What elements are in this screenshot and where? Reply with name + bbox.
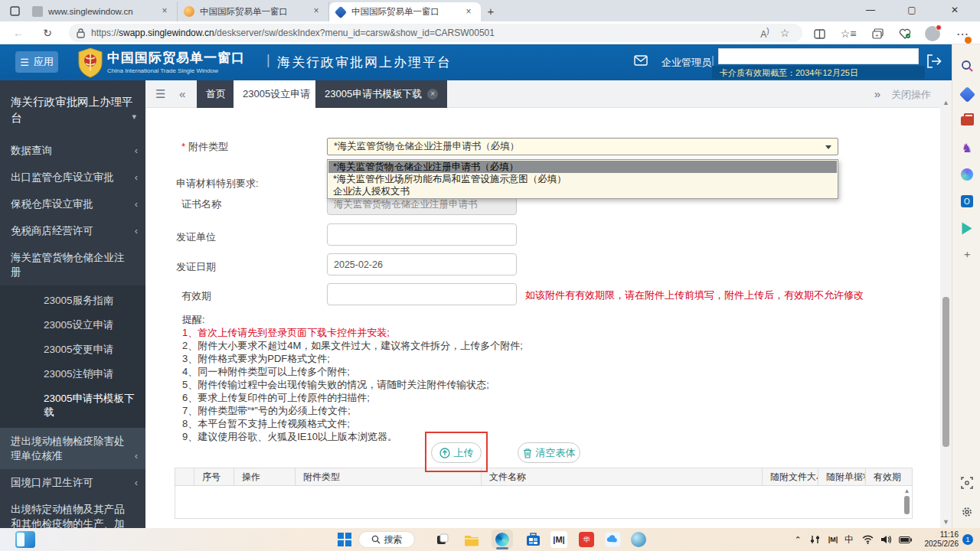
sidebar-item-port-hygiene[interactable]: 国境口岸卫生许可‹ xyxy=(0,469,145,496)
tools-icon[interactable] xyxy=(959,112,975,129)
sidebar-item-export-warehouse[interactable]: 出口监管仓库设立审批‹ xyxy=(0,164,145,191)
sidebar-item-exit-plants-registration[interactable]: 出境特定动植物及其产品和其他检疫物的生产、加工、存放单位注册登记‹ xyxy=(0,496,145,528)
browser-tab-3-active[interactable]: 中国国际贸易单一窗口 × xyxy=(329,2,481,21)
tabs-scroll-left-icon[interactable]: « xyxy=(179,87,185,100)
tab-close-icon[interactable]: × xyxy=(462,6,475,18)
shopping-icon[interactable] xyxy=(959,86,975,103)
notification-badge[interactable]: 1 xyxy=(962,534,973,545)
tab-close-icon[interactable]: × xyxy=(310,5,322,18)
scroll-up-icon[interactable]: ▲ xyxy=(940,99,952,106)
new-tab-button[interactable]: + xyxy=(481,2,501,20)
sidebar-item-data-query[interactable]: 数据查询‹ xyxy=(0,137,145,164)
screenshot-icon[interactable] xyxy=(959,474,975,491)
outlook-icon[interactable]: O xyxy=(959,193,975,210)
back-icon[interactable]: ← xyxy=(9,24,28,41)
tab-actions-icon[interactable] xyxy=(5,2,24,20)
table-scrollbar[interactable]: ▲ xyxy=(903,487,910,517)
browser-essentials-icon[interactable] xyxy=(894,25,916,42)
globe-app-icon[interactable] xyxy=(629,531,648,548)
sidebar-subitem-template-download[interactable]: 23005申请书模板下载 xyxy=(0,386,145,425)
attachment-form: *附件类型 *海关监管货物仓储企业注册申请书（必填） *海关监管货物仓储企业注册… xyxy=(145,108,940,528)
sidebar-item-bonded-warehouse[interactable]: 保税仓库设立审批‹ xyxy=(0,191,145,217)
sidebar-add-icon[interactable]: ＋ xyxy=(959,246,975,263)
url-field[interactable]: https://swapp.singlewindow.cn/deskserver… xyxy=(69,24,802,42)
tabs-scroll-right-icon[interactable]: » xyxy=(874,87,880,100)
edge-browser-icon[interactable] xyxy=(492,530,513,549)
start-button[interactable] xyxy=(335,531,354,548)
tray-mixer-icon[interactable] xyxy=(807,528,824,551)
wifi-icon[interactable] xyxy=(859,528,876,551)
tray-expand-icon[interactable]: ⌃ xyxy=(790,528,805,551)
games-icon[interactable]: ♞ xyxy=(959,139,975,156)
attachment-type-select[interactable]: *海关监管货物仓储企业注册申请书（必填） xyxy=(327,138,838,155)
window-minimize-button[interactable]: — xyxy=(854,0,887,20)
favorites-bar-icon[interactable]: ☆≡ xyxy=(838,25,859,42)
issue-date-label: 发证日期 xyxy=(176,260,216,274)
favorite-star-icon[interactable]: ☆ xyxy=(775,27,795,39)
window-maximize-button[interactable]: ▢ xyxy=(896,0,928,20)
sidebar-item-duty-free-shop[interactable]: 免税商店经营许可‹ xyxy=(0,217,145,244)
read-aloud-icon[interactable]: A) xyxy=(755,27,775,40)
battery-icon[interactable] xyxy=(896,528,914,551)
scroll-down-icon[interactable]: ▼ xyxy=(940,518,952,526)
window-close-button[interactable]: ✕ xyxy=(939,0,971,20)
apps-menu-button[interactable]: ☰ 应用 xyxy=(15,51,58,73)
m-app-icon[interactable]: |M| xyxy=(550,531,567,548)
sidebar-search-icon[interactable] xyxy=(959,57,975,74)
sidebar-item-pest-treatment[interactable]: 进出境动植物检疫除害处理单位核准‹ xyxy=(0,428,145,469)
card-key-input[interactable] xyxy=(718,48,919,64)
copilot-icon[interactable] xyxy=(959,166,975,183)
volume-icon[interactable] xyxy=(877,528,894,551)
dropdown-option-2[interactable]: *海关监管作业场所功能布局和监管设施示意图（必填） xyxy=(328,173,837,185)
sidebar-submenu: 23005服务指南 23005设立申请 23005变更申请 23005注销申请 … xyxy=(0,285,145,428)
work-tab-template-download[interactable]: 23005申请书模板下载 × xyxy=(315,80,447,108)
drop-icon[interactable] xyxy=(959,220,975,236)
sidebar-subitem-cancel-apply[interactable]: 23005注销申请 xyxy=(0,362,145,386)
more-menu-icon[interactable]: ⋯ xyxy=(952,25,973,42)
mail-icon[interactable] xyxy=(634,55,648,69)
cloud-app-icon[interactable] xyxy=(603,531,622,548)
issuer-input[interactable] xyxy=(327,223,517,246)
sidebar-subitem-setup-apply[interactable]: 23005设立申请 xyxy=(0,313,145,337)
menu-icon[interactable]: ☰ xyxy=(155,87,165,101)
tab-close-icon[interactable]: × xyxy=(427,89,438,99)
profile-avatar[interactable] xyxy=(922,25,943,42)
logout-icon[interactable] xyxy=(926,54,942,71)
browser-tab-2[interactable]: 中国国际贸易单一窗口 × xyxy=(178,2,329,21)
scroll-up-icon[interactable]: ▲ xyxy=(903,487,910,494)
tab-close-icon[interactable]: × xyxy=(158,5,171,18)
close-operations-button[interactable]: 关闭操作 xyxy=(891,88,931,102)
file-explorer-icon[interactable] xyxy=(462,531,481,548)
reminder-item: 6、要求上传复印件的可上传原件的扫描件; xyxy=(182,391,523,404)
task-view-icon[interactable] xyxy=(433,531,452,548)
sidebar-subitem-service-guide[interactable]: 23005服务指南 xyxy=(0,289,145,313)
tray-m-icon[interactable]: |M| xyxy=(825,528,841,551)
sidebar-settings-gear-icon[interactable] xyxy=(959,504,975,520)
widgets-icon[interactable] xyxy=(15,531,35,548)
sidebar-item-storage-enterprise[interactable]: 海关监管货物仓储企业注册 xyxy=(0,244,145,285)
collections-icon[interactable]: + xyxy=(867,25,888,42)
header-divider: | xyxy=(266,52,270,68)
ime-indicator[interactable]: 中 xyxy=(842,528,856,551)
tray-clock[interactable]: 11:16 2025/2/26 xyxy=(916,530,959,549)
microsoft-store-icon[interactable] xyxy=(524,531,542,548)
sidebar-title[interactable]: 海关行政审批网上办理平台 ▾ xyxy=(0,80,145,137)
url-text: https://swapp.singlewindow.cn/deskserver… xyxy=(91,28,755,38)
issue-date-input[interactable]: 2025-02-26 xyxy=(327,253,517,276)
brand-title: 中国国际贸易单一窗口 xyxy=(107,49,245,67)
red-app-icon[interactable]: 华 xyxy=(577,531,596,548)
refresh-icon[interactable]: ↻ xyxy=(38,24,57,41)
split-screen-icon[interactable] xyxy=(808,25,830,42)
taskbar-search[interactable]: 搜索 xyxy=(358,531,415,548)
page-scrollbar[interactable]: ▲ ▼ xyxy=(940,80,952,528)
scrollbar-thumb[interactable] xyxy=(942,297,949,447)
work-tab-home[interactable]: 首页 xyxy=(197,80,235,108)
sidebar-subitem-change-apply[interactable]: 23005变更申请 xyxy=(0,337,145,362)
scrollbar-thumb[interactable] xyxy=(904,496,910,514)
user-role-label[interactable]: 企业管理员 xyxy=(662,56,711,70)
dropdown-option-1[interactable]: *海关监管货物仓储企业注册申请书（必填） xyxy=(328,161,837,173)
validity-input[interactable] xyxy=(327,283,517,305)
browser-tab-1[interactable]: www.singlewindow.cn × xyxy=(26,2,178,21)
clear-table-button[interactable]: 清空表体 xyxy=(518,442,580,463)
dropdown-option-3[interactable]: 企业法人授权文书 xyxy=(328,185,837,197)
